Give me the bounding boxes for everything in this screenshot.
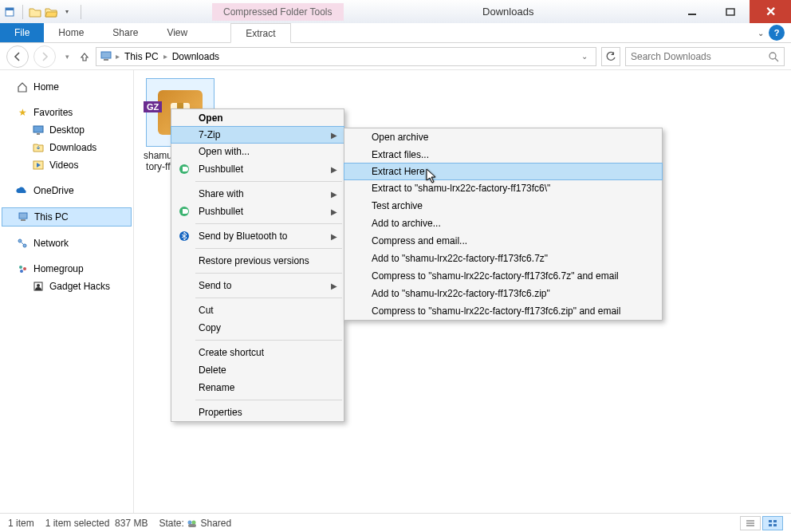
breadcrumb-segment[interactable]: Downloads [169,51,222,62]
submenu-test-archive[interactable]: Test archive [344,197,662,215]
icons-view-button[interactable] [762,516,783,530]
search-input[interactable] [631,51,768,62]
menu-cut[interactable]: Cut [171,301,344,319]
svg-rect-5 [104,59,108,61]
sidebar-network[interactable]: Network [0,234,133,252]
sidebar-item-gadgethacks[interactable]: Gadget Hacks [0,278,133,295]
qat-dropdown-icon[interactable]: ▾ [60,5,74,19]
submenu-compress-zip-email[interactable]: Compress to "shamu-lrx22c-factory-ff173f… [344,302,662,320]
svg-rect-25 [183,167,184,171]
separator [195,400,342,400]
contextual-tab-label: Compressed Folder Tools [212,3,344,21]
submenu-add-archive[interactable]: Add to archive... [344,215,662,232]
sidebar-label: Videos [49,160,78,171]
sidebar-label: OneDrive [33,185,74,196]
tab-view[interactable]: View [152,23,202,42]
svg-point-20 [37,284,40,287]
chevron-right-icon[interactable]: ▸ [163,52,167,61]
tab-home[interactable]: Home [44,23,98,42]
separator [195,273,342,274]
separator [195,181,342,182]
svg-point-16 [19,266,22,269]
submenu-extract-files[interactable]: Extract files... [344,146,662,164]
menu-pushbullet[interactable]: Pushbullet▶ [171,160,344,178]
tab-share[interactable]: Share [98,23,152,42]
pushbullet-icon [176,164,192,175]
close-button[interactable]: ✕ [750,0,791,23]
submenu-arrow-icon: ▶ [331,165,337,174]
sidebar-item-videos[interactable]: Videos [0,156,133,174]
sidebar-homegroup[interactable]: Homegroup [0,260,133,278]
menu-properties[interactable]: Properties [171,404,344,421]
submenu-compress-7z-email[interactable]: Compress to "shamu-lrx22c-factory-ff173f… [344,267,662,285]
separator [195,298,342,298]
submenu-add-7z[interactable]: Add to "shamu-lrx22c-factory-ff173fc6.7z… [344,250,662,267]
menu-7zip[interactable]: 7-Zip▶ [171,126,344,144]
forward-button[interactable] [33,45,56,68]
menu-restore[interactable]: Restore previous versions [171,252,344,270]
address-dropdown-icon[interactable]: ⌄ [577,52,592,61]
sidebar-label: Network [33,238,69,249]
menu-copy[interactable]: Copy [171,319,344,337]
search-icon[interactable] [768,51,779,62]
menu-shortcut[interactable]: Create shortcut [171,344,344,361]
properties-icon[interactable] [3,5,18,19]
help-icon[interactable]: ? [769,25,785,41]
bluetooth-icon [176,231,192,242]
svg-rect-27 [183,209,184,214]
sidebar-item-downloads[interactable]: Downloads [0,139,133,156]
menu-pushbullet2[interactable]: Pushbullet▶ [171,203,344,220]
submenu-arrow-icon: ▶ [331,232,337,241]
menu-bluetooth[interactable]: Send by Bluetooth to▶ [171,227,344,245]
submenu-arrow-icon: ▶ [331,131,337,140]
svg-rect-3 [726,9,734,15]
sidebar-home[interactable]: Home [0,78,133,96]
user-icon [32,280,45,293]
submenu-extract-to[interactable]: Extract to "shamu-lrx22c-factory-ff173fc… [344,179,662,197]
separator [22,5,23,19]
back-button[interactable] [6,45,29,68]
svg-rect-38 [773,524,777,526]
search-box[interactable] [625,47,785,66]
minimize-button[interactable] [673,0,711,23]
address-bar[interactable]: ▸ This PC ▸ Downloads ⌄ [96,47,596,66]
refresh-button[interactable] [601,47,620,66]
submenu-add-zip[interactable]: Add to "shamu-lrx22c-factory-ff173fc6.zi… [344,285,662,302]
menu-sendto[interactable]: Send to▶ [171,277,344,294]
maximize-button[interactable] [711,0,750,23]
tab-extract[interactable]: Extract [230,23,290,43]
separator [195,340,342,341]
homegroup-icon [16,262,29,275]
ribbon-expand-icon[interactable]: ⌄ [753,29,769,37]
details-view-button[interactable] [740,516,761,530]
separator [81,5,81,19]
menu-openwith[interactable]: Open with... [171,143,344,160]
svg-rect-11 [19,213,27,219]
sidebar-favorites[interactable]: ★Favorites [0,104,133,121]
onedrive-icon [16,184,29,197]
titlebar: ▾ Compressed Folder Tools Downloads ✕ [0,0,791,23]
sidebar-item-desktop[interactable]: Desktop [0,121,133,139]
menu-rename[interactable]: Rename [171,379,344,396]
context-menu: Open 7-Zip▶ Open with... Pushbullet▶ Sha… [171,108,344,422]
new-folder-icon[interactable] [28,5,42,19]
sidebar-thispc[interactable]: This PC [2,207,132,227]
submenu-compress-email[interactable]: Compress and email... [344,232,662,250]
breadcrumb-segment[interactable]: This PC [121,51,162,62]
svg-rect-37 [769,524,772,526]
home-icon [16,81,29,93]
menu-sharewith[interactable]: Share with▶ [171,185,344,203]
svg-point-6 [769,53,776,59]
submenu-open-archive[interactable]: Open archive [344,128,662,146]
up-button[interactable] [78,51,91,62]
submenu-extract-here[interactable]: Extract Here [344,163,663,180]
sidebar-onedrive[interactable]: OneDrive [0,182,133,199]
menu-delete[interactable]: Delete [171,361,344,379]
sidebar-label: Desktop [49,124,85,136]
recent-locations-icon[interactable]: ▾ [61,53,73,61]
file-tab[interactable]: File [0,23,44,42]
chevron-right-icon[interactable]: ▸ [116,52,120,61]
open-folder-icon[interactable] [44,5,58,19]
downloads-icon [32,141,45,154]
menu-open[interactable]: Open [171,109,344,127]
